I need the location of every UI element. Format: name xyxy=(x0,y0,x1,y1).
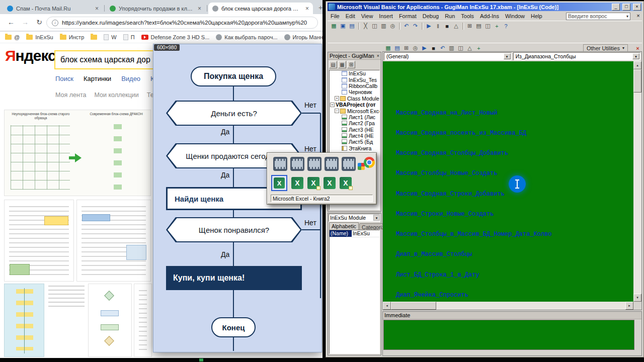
excel-icon[interactable]: X xyxy=(291,177,303,189)
bookmark-item[interactable]: @ xyxy=(5,34,20,40)
tab-close-icon[interactable]: × xyxy=(305,5,309,12)
browser-tab-yandex-active[interactable]: блок схема царская дорога шамп × xyxy=(208,3,313,14)
bookmark-item[interactable]: П xyxy=(123,34,135,40)
child-window-close-icon[interactable]: × xyxy=(634,13,642,20)
bookmark-item[interactable]: Игорь Манн - Лайфх... xyxy=(284,34,323,40)
scroll-up-icon[interactable]: ▴ xyxy=(633,61,641,69)
video-app-icon[interactable] xyxy=(342,157,356,171)
tree-item-vbaproject[interactable]: −VBAProject (гот xyxy=(330,102,379,108)
immediate-vertical-scrollbar[interactable] xyxy=(635,320,641,350)
reset-icon[interactable]: ■ xyxy=(443,22,451,30)
run-icon[interactable]: ▶ xyxy=(425,22,433,30)
tree-item-sheet[interactable]: Лист4 (НЕ xyxy=(330,133,379,139)
tree-item-module[interactable]: RibbonCallb xyxy=(330,83,379,89)
menu-format[interactable]: Format xyxy=(396,12,420,20)
break-icon[interactable]: ‖ xyxy=(434,22,442,30)
toggle-folders-icon[interactable]: ⊞ xyxy=(347,61,355,68)
immediate-horizontal-scrollbar[interactable] xyxy=(383,350,634,355)
redo-icon[interactable]: ↷ xyxy=(411,22,420,30)
tab-video[interactable]: Видео xyxy=(121,75,140,82)
project-panel-caption[interactable]: Project - GugiMan× xyxy=(328,52,381,60)
question-box[interactable]: Введите вопрос▾ xyxy=(566,13,630,20)
scrollbar-thumb[interactable] xyxy=(391,302,436,310)
tab-alphabetic[interactable]: Alphabetic xyxy=(329,222,359,230)
dropdown-icon[interactable]: ▾ xyxy=(626,14,628,19)
new-tab-button[interactable]: + xyxy=(316,4,323,13)
video-app-icon[interactable] xyxy=(273,157,287,171)
tab-close-icon[interactable]: × xyxy=(198,5,201,12)
collapse-icon[interactable]: − xyxy=(335,109,339,113)
bookmark-item[interactable]: Инстр xyxy=(60,34,85,40)
video-app-icon[interactable] xyxy=(325,157,339,171)
copy-icon[interactable]: ◫ xyxy=(370,22,379,30)
code-editor[interactable]: Массив_Сводная_на_Лист_Новый Массив_Свод… xyxy=(383,61,633,302)
immediate-editor[interactable] xyxy=(383,320,634,350)
browser-tab-mail[interactable]: Спам - Почта Mail.Ru × xyxy=(3,3,103,14)
address-bar[interactable]: i https://yandex.ru/images/search?text=б… xyxy=(46,17,318,29)
browser-tab-sales[interactable]: Упорядочить продажи в клиентск × xyxy=(106,3,205,14)
thumbnail-comparison[interactable]: Неупорядоченная блок-схема старого образ… xyxy=(4,110,151,196)
menu-addins[interactable]: Add-Ins xyxy=(477,12,502,20)
thumbnail-flowchart-diamonds[interactable] xyxy=(88,284,132,357)
design-mode-icon[interactable]: △ xyxy=(452,22,460,30)
view-code-icon[interactable]: ▤ xyxy=(329,61,337,68)
property-row[interactable]: (Name) InExSu xyxy=(330,230,379,237)
dropdown-icon[interactable]: ▾ xyxy=(504,53,511,59)
minimize-button[interactable]: _ xyxy=(612,4,620,11)
thumbnail-document-2[interactable] xyxy=(76,200,151,282)
bookmark-folder[interactable] xyxy=(91,35,97,40)
bookmark-item[interactable]: Как выбрать пароч... xyxy=(216,34,277,40)
menu-window[interactable]: Window xyxy=(502,12,528,20)
view-excel-icon[interactable]: ▦ xyxy=(330,22,338,30)
menu-run[interactable]: Run xyxy=(442,12,458,20)
vertical-scrollbar[interactable]: ▴ ▾ xyxy=(633,61,641,302)
tree-item-module[interactable]: InExSu xyxy=(330,70,379,76)
menu-debug[interactable]: Debug xyxy=(420,12,442,20)
taskbar-excel-icon[interactable] xyxy=(199,358,203,361)
menu-help[interactable]: Help xyxy=(528,12,545,20)
object-browser-icon[interactable]: ◫ xyxy=(484,22,492,30)
find-icon[interactable]: ◎ xyxy=(388,22,397,30)
panel-close-icon[interactable]: × xyxy=(377,53,379,58)
link-themes[interactable]: Те xyxy=(147,92,154,99)
menu-edit[interactable]: Edit xyxy=(343,12,358,20)
menu-insert[interactable]: Insert xyxy=(376,12,396,20)
tab-close-icon[interactable]: × xyxy=(95,5,99,12)
tree-item-module[interactable]: InExSu_Tes xyxy=(330,76,379,82)
undo-icon[interactable]: ↶ xyxy=(402,22,411,30)
dropdown-icon[interactable]: ▾ xyxy=(632,53,639,59)
procedure-combo[interactable]: Из_Диапазона_Столбцы▾ xyxy=(513,52,641,60)
video-app-icon[interactable] xyxy=(307,157,321,171)
alt-tab-selection[interactable]: X xyxy=(271,175,287,191)
tree-item-module[interactable]: Черновик xyxy=(330,89,379,95)
scroll-right-icon[interactable]: ▸ xyxy=(625,302,633,310)
forward-icon[interactable]: → xyxy=(20,18,30,28)
tab-search[interactable]: Поиск xyxy=(55,75,73,82)
help-icon[interactable]: ? xyxy=(502,22,510,30)
thumbnail-document-1[interactable] xyxy=(4,200,74,282)
bookmark-item[interactable]: InExSu xyxy=(26,34,53,40)
menu-tools[interactable]: Tools xyxy=(458,12,477,20)
dropdown-icon[interactable]: ▾ xyxy=(373,215,380,221)
tree-item-class-modules[interactable]: +Class Modules xyxy=(330,96,379,102)
immediate-caption[interactable]: Immediate xyxy=(383,312,641,319)
properties-window-icon[interactable]: ▤ xyxy=(474,22,483,30)
toolbox-icon[interactable]: + xyxy=(493,22,501,30)
video-app-icon[interactable] xyxy=(290,157,304,171)
menu-file[interactable]: File xyxy=(328,12,343,20)
horizontal-scrollbar[interactable]: ◂ ▸ xyxy=(383,302,633,310)
paste-icon[interactable]: ▥ xyxy=(379,22,388,30)
collapse-icon[interactable]: − xyxy=(330,103,335,107)
scrollbar-thumb[interactable] xyxy=(633,69,641,93)
bookmark-item[interactable]: Defense Zone 3 HD S... xyxy=(141,34,210,40)
menu-view[interactable]: View xyxy=(358,12,376,20)
link-my-feed[interactable]: Моя лента xyxy=(55,92,86,99)
vba-titlebar[interactable]: Microsoft Visual Basic for Applications … xyxy=(328,3,642,11)
reload-icon[interactable]: ↻ xyxy=(34,18,44,28)
chrome-icon[interactable] xyxy=(364,157,375,168)
cut-icon[interactable]: ╳ xyxy=(361,22,370,30)
back-icon[interactable]: ← xyxy=(6,18,16,28)
tree-item-sheet[interactable]: Лист1 (Лис xyxy=(330,114,379,120)
thumbnail-flowchart-cyan[interactable] xyxy=(4,284,44,357)
excel-icon[interactable]: X xyxy=(307,177,319,189)
